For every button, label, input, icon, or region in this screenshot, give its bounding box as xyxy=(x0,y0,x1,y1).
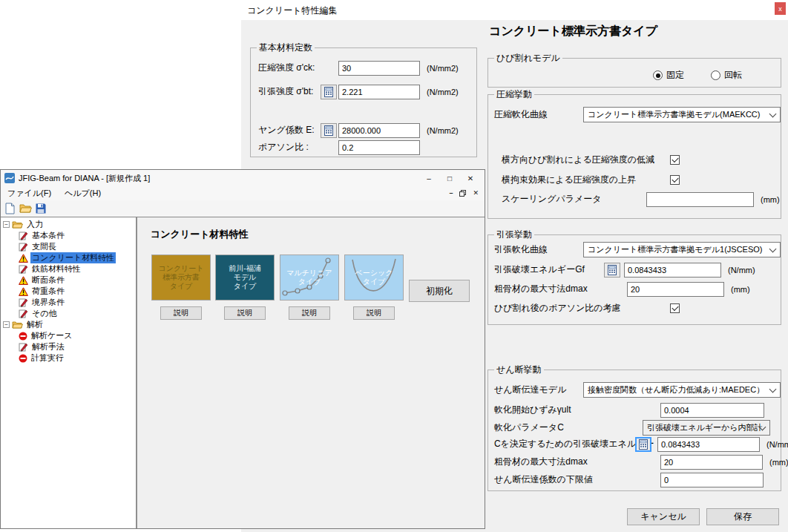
card-label: タイプ xyxy=(234,282,257,291)
scaling-parameter-label: スケーリングパラメータ xyxy=(502,193,646,206)
tree-item-boundary-conditions[interactable]: 境界条件 xyxy=(1,297,136,308)
window-title: JFIG-Beam for DIANA - [新規作成 1] xyxy=(19,173,150,184)
new-file-icon[interactable] xyxy=(4,203,16,214)
compression-curve-select[interactable]: コンクリート標準示方書準拠モデル(MAEKCC) xyxy=(583,107,781,122)
warning-icon xyxy=(19,276,28,285)
confinement-checkbox[interactable] xyxy=(670,175,680,185)
mdi-restore-icon[interactable] xyxy=(459,190,466,197)
save-icon[interactable] xyxy=(36,203,46,214)
tree-item-section-conditions[interactable]: 断面条件 xyxy=(1,275,136,286)
crack-model-legend: ひび割れモデル xyxy=(494,53,562,63)
poisson-consideration-checkbox[interactable] xyxy=(670,303,680,313)
softening-parameter-select[interactable]: 引張破壊エネルギーから内部計 xyxy=(643,420,770,436)
tensile-strength-unit: (N/mm2) xyxy=(427,88,459,96)
shear-dmax-input[interactable] xyxy=(660,455,763,470)
radio-rotate-label: 回転 xyxy=(724,69,742,82)
tensile-strength-input[interactable] xyxy=(338,85,420,99)
fracture-energy-input[interactable] xyxy=(624,263,721,278)
lateral-crack-label: 横方向ひび割れによる圧縮強度の低減 xyxy=(502,154,670,166)
tree-item-rebar-material[interactable]: 鉄筋材料特性 xyxy=(1,263,136,275)
tree-item-concrete-material[interactable]: コンクリート材料特性 xyxy=(1,252,136,263)
card-jsce-standard-type[interactable]: コンクリート 標準示方書 タイプ xyxy=(151,254,211,301)
maximize-icon[interactable]: □ xyxy=(439,174,460,183)
calculator-icon xyxy=(324,87,333,97)
initialize-button[interactable]: 初期化 xyxy=(409,280,470,302)
card-multilinear-type[interactable]: マルチリニア タイプ xyxy=(280,254,339,301)
tree-item-label: 基本条件 xyxy=(30,230,66,241)
card-label: マルチリニア xyxy=(286,269,332,278)
edit-icon xyxy=(19,342,28,352)
shear-model-value: 接触密度関数（せん断応力低減あり:MAEDEC） xyxy=(588,384,764,395)
tree-item-label: 解析手法 xyxy=(30,341,66,352)
warning-icon xyxy=(19,287,28,296)
calculator-button[interactable] xyxy=(321,123,337,138)
youngs-modulus-label: ヤング係数 E: xyxy=(258,124,321,137)
card-label: 標準示方書 xyxy=(162,273,200,282)
description-button-3[interactable]: 説明 xyxy=(289,306,330,320)
tree-item-analysis-case[interactable]: 解析ケース xyxy=(1,330,136,341)
softening-parameter-value: 引張破壊エネルギーから内部計 xyxy=(647,422,763,433)
c-fracture-energy-input[interactable] xyxy=(657,437,760,452)
tension-dmax-input[interactable] xyxy=(627,282,724,297)
card-basic-type[interactable]: ベーシック タイプ xyxy=(344,254,404,301)
tree-item-basic-conditions[interactable]: 基本条件 xyxy=(1,230,136,241)
lower-limit-input[interactable] xyxy=(660,473,764,487)
poisson-ratio-label: ポアソン比 : xyxy=(258,141,321,154)
calculator-button[interactable] xyxy=(604,263,620,278)
warning-icon xyxy=(19,254,28,263)
menu-file[interactable]: ファイル(F) xyxy=(1,188,58,199)
compressive-strength-label: 圧縮強度 σ'ck: xyxy=(258,62,321,74)
scaling-parameter-input[interactable] xyxy=(646,192,754,207)
calculator-button[interactable] xyxy=(635,437,651,452)
confinement-row: 横拘束効果による圧縮強度の上昇 xyxy=(488,172,781,188)
collapse-icon[interactable]: − xyxy=(3,321,10,328)
description-button-2[interactable]: 説明 xyxy=(224,306,266,320)
youngs-modulus-input[interactable] xyxy=(338,123,420,138)
compressive-strength-row: 圧縮強度 σ'ck: (N/mm2) xyxy=(251,60,476,76)
poisson-ratio-input[interactable] xyxy=(338,140,420,155)
card-label: タイプ xyxy=(298,278,321,286)
tree-folder-label: 解析 xyxy=(25,319,45,330)
compression-curve-label: 圧縮軟化曲線 xyxy=(494,108,583,121)
shear-dmax-label: 粗骨材の最大寸法dmax xyxy=(494,456,660,468)
tree-folder-input[interactable]: − 入力 xyxy=(1,219,136,230)
tree-item-run-calculation[interactable]: 計算実行 xyxy=(1,352,136,364)
radio-rotate[interactable] xyxy=(711,70,720,80)
shear-behavior-group: せん断挙動 せん断伝達モデル 接触密度関数（せん断応力低減あり:MAEDEC） … xyxy=(487,370,781,491)
calculator-button[interactable] xyxy=(321,85,337,99)
tree-item-label: 荷重条件 xyxy=(30,286,66,297)
description-button-1[interactable]: 説明 xyxy=(160,306,202,320)
tree-folder-analysis[interactable]: − 解析 xyxy=(1,319,136,330)
card-label: モデル xyxy=(234,273,257,282)
tree-item-load-conditions[interactable]: 荷重条件 xyxy=(1,286,136,297)
shear-dmax-unit: (mm) xyxy=(769,458,788,467)
card-label: タイプ xyxy=(363,278,386,286)
tree-item-analysis-method[interactable]: 解析手法 xyxy=(1,341,136,352)
softening-strain-input[interactable] xyxy=(660,403,764,418)
card-maekawa-fukuura-type[interactable]: 前川-福浦 モデル タイプ xyxy=(215,254,275,301)
tension-dmax-unit: (mm) xyxy=(731,285,750,294)
description-button-4[interactable]: 説明 xyxy=(353,306,395,320)
radio-fixed[interactable] xyxy=(653,70,663,80)
minimize-icon[interactable]: – xyxy=(418,174,439,183)
cancel-button[interactable]: キャンセル xyxy=(627,508,700,525)
save-button[interactable]: 保存 xyxy=(706,508,779,525)
collapse-icon[interactable]: − xyxy=(3,221,10,228)
fracture-energy-row: 引張破壊エネルギーGf (N/mm) xyxy=(488,262,781,278)
compressive-strength-input[interactable] xyxy=(338,61,420,76)
youngs-modulus-row: ヤング係数 E: (N/mm2) xyxy=(251,122,476,138)
open-folder-icon[interactable] xyxy=(19,203,32,214)
lateral-crack-checkbox[interactable] xyxy=(670,155,680,165)
shear-model-select[interactable]: 接触密度関数（せん断応力低減あり:MAEDEC） xyxy=(583,382,781,398)
tree-item-span-length[interactable]: 支間長 xyxy=(1,241,136,252)
tree-folder-label: 入力 xyxy=(25,219,45,230)
mdi-minimize-icon[interactable]: – xyxy=(449,190,453,197)
tension-curve-select[interactable]: コンクリート標準示方書準拠モデル1(JSCESO) xyxy=(583,242,781,257)
app-icon xyxy=(4,173,15,183)
shear-legend: せん断挙動 xyxy=(494,364,544,375)
menu-help[interactable]: ヘルプ(H) xyxy=(58,188,108,199)
softening-parameter-row: 軟化パラメータC 引張破壊エネルギーから内部計 xyxy=(488,420,781,436)
mdi-close-icon[interactable]: ✕ xyxy=(473,190,479,197)
tree-item-other[interactable]: その他 xyxy=(1,308,136,319)
close-icon[interactable]: ✕ xyxy=(460,174,481,183)
